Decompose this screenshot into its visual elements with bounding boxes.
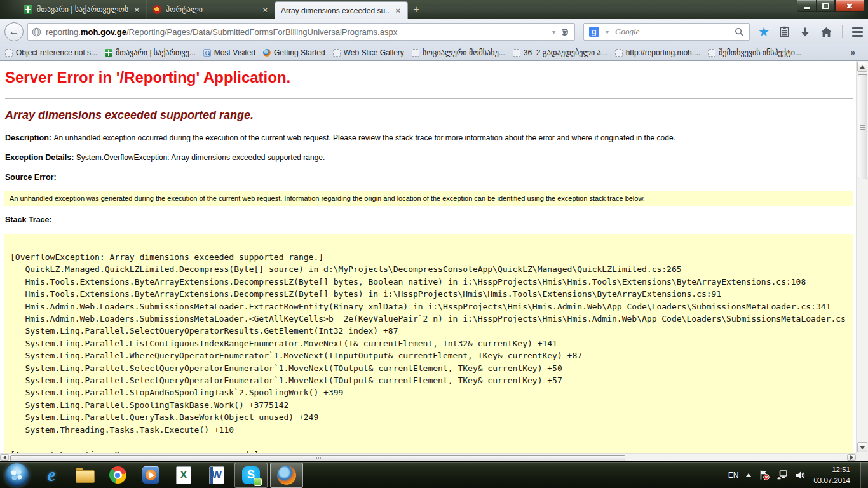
tab-mtavari[interactable]: მთავარი | საქართველოს ... × (18, 0, 146, 19)
shield-favicon (24, 5, 32, 14)
bookmark-star-icon[interactable]: ★ (758, 25, 770, 38)
bookmark-placeholder-icon (5, 49, 13, 57)
excel-icon: X (176, 466, 191, 484)
bookmark-object-reference[interactable]: Object reference not s... (5, 48, 97, 57)
scroll-left-button[interactable] (0, 454, 9, 461)
taskbar-skype-running[interactable]: S (234, 463, 268, 488)
scrollbar-corner (856, 453, 868, 461)
url-dropdown-icon[interactable]: ▾ (549, 29, 559, 36)
restore-icon (822, 3, 829, 9)
bookmarks-overflow-chevron[interactable]: » (851, 48, 855, 57)
globe-icon (32, 27, 41, 37)
minimize-icon (804, 7, 810, 9)
start-button[interactable] (5, 463, 29, 487)
firefox-icon (263, 49, 271, 57)
bookmark-mtavari[interactable]: მთავარი | საქართვე... (105, 48, 196, 57)
hidden-icons-chevron[interactable] (745, 470, 752, 477)
new-tab-button[interactable]: + (408, 0, 424, 19)
taskbar-word[interactable]: W (204, 463, 229, 488)
downloads-icon[interactable] (799, 27, 811, 37)
bookmark-most-visited[interactable]: Most Visited (203, 48, 255, 57)
skype-icon: S (242, 466, 260, 484)
divider (5, 98, 853, 99)
horizontal-scrollbar[interactable] (0, 453, 856, 461)
tab-portali[interactable]: პორტალი × (146, 0, 275, 19)
taskbar-excel[interactable]: X (171, 463, 196, 488)
close-icon[interactable]: × (394, 6, 402, 15)
close-icon[interactable]: × (133, 5, 140, 15)
taskbar-clock[interactable]: 12:51 03.07.2014 (813, 464, 850, 485)
desktop: მთავარი | საქართველოს ... × პორტალი × Ar… (0, 0, 868, 488)
internet-explorer-icon: e (48, 464, 56, 485)
media-player-icon (142, 466, 159, 484)
search-icon[interactable] (735, 27, 744, 37)
time: 12:51 (813, 464, 850, 475)
url-bar[interactable]: reporting.moh.gov.ge/Reporting/Pages/Dat… (27, 23, 575, 41)
tab-label: პორტალი (166, 5, 257, 14)
tab-error-page-active[interactable]: Array dimensions exceeded su... × (275, 1, 408, 19)
scroll-down-button[interactable] (857, 442, 867, 452)
home-icon[interactable] (820, 27, 832, 37)
most-visited-icon (203, 49, 211, 57)
tab-strip: მთავარი | საქართველოს ... × პორტალი × Ar… (18, 0, 424, 19)
vertical-scrollbar[interactable] (856, 61, 868, 453)
emblem-favicon (153, 5, 161, 14)
taskbar-chrome[interactable] (105, 463, 130, 488)
scroll-right-button[interactable] (847, 454, 856, 461)
network-icon[interactable] (776, 470, 788, 480)
toolbar-buttons: ★ (758, 23, 863, 41)
bookmarks-toolbar: Object reference not s... მთავარი | საქა… (0, 44, 868, 61)
reload-icon[interactable] (561, 29, 568, 36)
taskbar-internet-explorer[interactable]: e (39, 463, 64, 488)
google-engine-icon[interactable]: g (589, 27, 599, 37)
browser-titlebar: მთავარი | საქართველოს ... × პორტალი × Ar… (0, 0, 868, 19)
show-desktop-button[interactable] (860, 462, 868, 488)
close-icon[interactable]: × (261, 5, 269, 15)
stack-trace-text: [OverflowException: Array dimensions exc… (4, 234, 853, 453)
bookmark-placeholder-icon (708, 49, 715, 57)
bookmark-placeholder-icon (615, 49, 623, 57)
search-bar[interactable]: g ▾ Google (583, 23, 750, 41)
bookmark-social-service[interactable]: სოციალური მომსახუ... (412, 48, 505, 57)
bookmarks-menu-icon[interactable] (779, 26, 790, 37)
bookmark-placeholder-icon (333, 49, 341, 57)
back-button[interactable]: ← (4, 22, 24, 41)
taskbar-firefox-active[interactable] (270, 463, 303, 488)
vertical-scrollbar-thumb[interactable] (858, 74, 867, 179)
scroll-up-button[interactable] (857, 62, 867, 72)
bookmark-web-slice-gallery[interactable]: Web Slice Gallery (333, 48, 404, 57)
bookmark-getting-started[interactable]: Getting Started (263, 48, 325, 57)
window-controls (797, 0, 864, 12)
date: 03.07.2014 (813, 475, 850, 486)
windows-flag-icon (11, 470, 22, 480)
engine-dropdown-icon[interactable]: ▾ (602, 29, 612, 36)
exception-details: Exception Details: System.OverflowExcept… (5, 153, 849, 162)
volume-icon[interactable] (795, 470, 805, 480)
restore-button[interactable] (817, 0, 835, 12)
close-window-button[interactable] (835, 0, 864, 12)
source-error-label: Source Error: (5, 173, 849, 182)
bookmark-placeholder-icon (513, 49, 520, 57)
bookmark-36-2[interactable]: 36_2 გადაუდებელი ა... (513, 48, 607, 57)
tab-label: Array dimensions exceeded su... (281, 6, 390, 15)
language-indicator[interactable]: EN (728, 471, 739, 480)
word-icon: W (209, 466, 224, 484)
search-input[interactable]: Google (615, 27, 731, 37)
taskbar-windows-explorer[interactable] (72, 463, 97, 488)
chrome-icon (109, 466, 126, 484)
bookmark-placeholder-icon (412, 49, 419, 57)
bookmark-case-inspector[interactable]: შემთხვევის ინსპექტი... (708, 48, 801, 57)
stack-trace-label: Stack Trace: (5, 215, 849, 224)
tab-label: მთავარი | საქართველოს ... (37, 5, 128, 14)
taskbar-media-player[interactable] (138, 463, 163, 488)
url-text: reporting.moh.gov.ge/Reporting/Pages/Dat… (46, 27, 549, 37)
taskbar: e X W S EN (0, 461, 868, 488)
page-content: Server Error in '/Reporting' Application… (0, 61, 868, 461)
horizontal-scrollbar-thumb[interactable] (10, 455, 625, 461)
action-center-flag-icon[interactable] (759, 470, 770, 480)
minimize-button[interactable] (797, 0, 817, 12)
close-icon (846, 2, 853, 10)
error-page-subtitle: Array dimensions exceeded supported rang… (5, 109, 254, 122)
bookmark-reporting-moh[interactable]: http://reporting.moh.... (615, 48, 700, 57)
menu-icon[interactable] (852, 27, 863, 37)
